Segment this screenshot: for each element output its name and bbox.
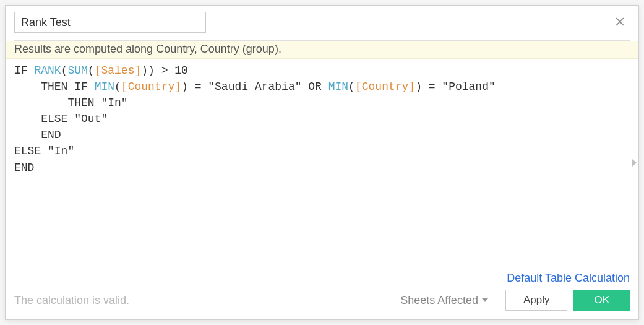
dialog-footer: Default Table Calculation The calculatio…	[6, 268, 638, 319]
validation-status: The calculation is valid.	[14, 294, 129, 307]
chevron-right-icon	[631, 158, 637, 167]
default-table-calculation-link[interactable]: Default Table Calculation	[507, 272, 630, 285]
sheets-affected-label: Sheets Affected	[400, 294, 478, 307]
sheets-affected-dropdown[interactable]: Sheets Affected	[400, 294, 488, 307]
calculation-editor-dialog: Results are computed along Country, Coun…	[5, 5, 639, 320]
close-button[interactable]	[611, 13, 629, 30]
bottom-row: The calculation is valid. Sheets Affecte…	[14, 290, 630, 311]
ok-button[interactable]: OK	[573, 290, 630, 311]
calculation-name-input[interactable]	[14, 12, 206, 33]
link-row: Default Table Calculation	[14, 272, 630, 285]
chevron-down-icon	[482, 298, 488, 302]
apply-button[interactable]: Apply	[505, 290, 568, 311]
close-icon	[614, 15, 626, 28]
computed-along-message: Results are computed along Country, Coun…	[6, 41, 638, 59]
code-text: IF RANK(SUM([Sales])) > 10 THEN IF MIN([…	[14, 64, 496, 174]
formula-editor[interactable]: IF RANK(SUM([Sales])) > 10 THEN IF MIN([…	[6, 59, 638, 268]
dialog-header	[6, 6, 638, 33]
expand-panel-button[interactable]	[630, 157, 638, 169]
svg-marker-2	[632, 159, 637, 167]
